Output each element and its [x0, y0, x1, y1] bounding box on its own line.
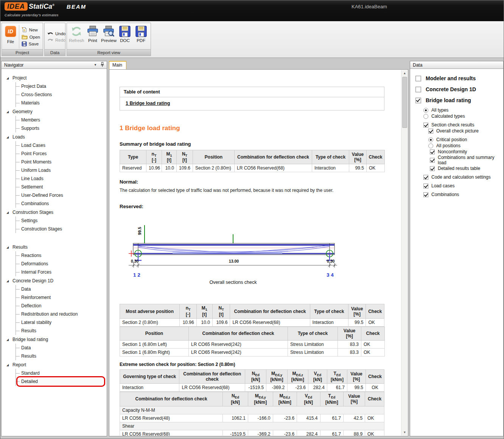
- navigator-item-construction-stages[interactable]: Construction Stages: [16, 225, 107, 233]
- navigator-group-results[interactable]: ◢Results: [2, 243, 107, 251]
- navigator-item-members[interactable]: Members: [16, 116, 107, 124]
- navigator-item-label: Data: [21, 345, 31, 350]
- navigator-item-data[interactable]: Data: [16, 344, 107, 352]
- report-view: Main Table of content 1 Bridge load rati…: [109, 61, 408, 436]
- navigator-item-settlement[interactable]: Settlement: [16, 183, 107, 191]
- checkbox-section-check-results[interactable]: Section check results: [415, 122, 502, 128]
- preview-button[interactable]: Preview: [101, 24, 117, 49]
- expander-icon[interactable]: ◢: [6, 363, 12, 367]
- checkbox-overall-check-picture[interactable]: Overall check picture: [415, 128, 502, 134]
- navigator-group-bridge-load-rating[interactable]: ◢Bridge load rating: [2, 335, 107, 344]
- file-button[interactable]: ID File: [3, 24, 18, 49]
- navigator-item-user-defined-forces[interactable]: User-Defined Forces: [16, 191, 107, 199]
- radio-all-types[interactable]: All types: [415, 107, 502, 113]
- navigator-item-cross-sections[interactable]: Cross-Sections: [16, 90, 107, 99]
- scrollbar-thumb[interactable]: [402, 77, 407, 128]
- navigator-item-project-data[interactable]: Project Data: [16, 82, 107, 90]
- navigator-item-results[interactable]: Results: [16, 327, 107, 335]
- tab-main[interactable]: Main: [109, 61, 126, 69]
- navigator-item-label: Cross-Sections: [21, 92, 52, 97]
- column-header: NT[t]: [177, 150, 193, 164]
- navigator-item-load-cases[interactable]: Load Cases: [16, 141, 107, 149]
- navigator-group-project[interactable]: ◢Project: [2, 74, 107, 82]
- navigator-item-supports[interactable]: Supports: [16, 124, 107, 132]
- expander-icon[interactable]: ◢: [6, 110, 12, 114]
- refresh-button[interactable]: Refresh: [68, 24, 85, 49]
- new-button[interactable]: New: [20, 26, 41, 33]
- export-doc-button[interactable]: DOC: [117, 24, 133, 49]
- option-label: Section check results: [431, 122, 474, 128]
- checkbox-combinations[interactable]: Combinations: [415, 191, 502, 198]
- checkbox-load-cases[interactable]: Load cases: [415, 183, 502, 189]
- navigator-item-redistribution-and-reduction[interactable]: Redistribution and reduction: [16, 310, 107, 318]
- scroll-up-button[interactable]: ▲: [401, 70, 408, 76]
- report-page: Table of content 1 Bridge load rating 1 …: [110, 70, 401, 436]
- radio-all-positions[interactable]: All positions: [415, 143, 502, 149]
- navigator-group-label: Results: [12, 244, 28, 250]
- navigator-dropdown-icon[interactable]: ▼: [94, 63, 97, 67]
- navigator-item-detailed[interactable]: Detailed: [16, 377, 107, 386]
- open-button[interactable]: Open: [20, 34, 41, 40]
- expander-icon[interactable]: ◢: [6, 279, 12, 283]
- expander-icon[interactable]: ◢: [6, 211, 12, 214]
- navigator-item-results[interactable]: Results: [16, 352, 107, 360]
- expander-icon[interactable]: ◢: [6, 246, 12, 249]
- column-header: Combination for deflection check: [120, 392, 223, 406]
- navigator-item-internal-forces[interactable]: Internal Forces: [16, 268, 107, 276]
- navigator-pin-icon[interactable]: [101, 62, 104, 68]
- navigator-item-deformations[interactable]: Deformations: [16, 260, 107, 268]
- product-name: BEAM: [67, 3, 86, 10]
- navigator-item-label: Results: [21, 353, 36, 359]
- navigator-group-construction-stages[interactable]: ◢Construction Stages: [2, 208, 107, 216]
- navigator-item-point-moments[interactable]: Point Moments: [16, 158, 107, 166]
- scroll-down-button[interactable]: ▼: [401, 429, 408, 436]
- checkbox-bridge-load-rating[interactable]: Bridge load rating: [415, 96, 502, 104]
- column-header: MEd,y[kNm]: [266, 369, 287, 383]
- undo-button[interactable]: Undo: [46, 31, 67, 36]
- navigator-group-report[interactable]: ◢Report: [2, 361, 107, 369]
- table-cell: 83.3: [338, 340, 361, 348]
- checkbox-checked-icon: [423, 123, 428, 128]
- table-row: Section 1 (6.80m Right)LR CO65 Reserved(…: [120, 348, 385, 356]
- table-cell: 109.6: [212, 318, 230, 326]
- navigator-group-loads[interactable]: ◢Loads: [2, 133, 107, 141]
- radio-critical-position[interactable]: Critical position: [415, 137, 502, 143]
- navigator-item-line-loads[interactable]: Line Loads: [16, 174, 107, 183]
- group-label-project: Project: [2, 49, 43, 56]
- navigator-item-standard[interactable]: Standard: [16, 369, 107, 377]
- navigator-item-reactions[interactable]: Reactions: [16, 251, 107, 260]
- navigator-item-label: Line Loads: [21, 176, 44, 181]
- navigator-item-reinforcement[interactable]: Reinforcement: [16, 293, 107, 302]
- radio-calculated-types[interactable]: Calculated types: [415, 113, 502, 119]
- navigator-item-lateral-stability[interactable]: Lateral stability: [16, 318, 107, 327]
- expander-icon[interactable]: ◢: [6, 135, 12, 139]
- checkbox-detailed-results-table[interactable]: Detailed results table: [415, 165, 502, 171]
- checkbox-concrete-design-1d[interactable]: Concrete Design 1D: [415, 85, 502, 93]
- expander-icon[interactable]: ◢: [6, 338, 12, 341]
- navigator-item-settings[interactable]: Settings: [16, 216, 107, 225]
- navigator-item-deflection[interactable]: Deflection: [16, 302, 107, 310]
- redo-icon: [47, 38, 53, 42]
- save-button[interactable]: Save: [20, 41, 41, 47]
- expander-icon[interactable]: ◢: [6, 76, 12, 80]
- navigator-item-uniform-loads[interactable]: Uniform Loads: [16, 166, 107, 174]
- navigator-item-materials[interactable]: Materials: [16, 99, 107, 107]
- navigator-group-label: Loads: [12, 134, 25, 140]
- table-cell: OK: [361, 348, 385, 356]
- navigator-group-concrete-design-1d[interactable]: ◢Concrete Design 1D: [2, 277, 107, 285]
- export-pdf-button[interactable]: PDF: [133, 24, 149, 49]
- navigator-item-combinations[interactable]: Combinations: [16, 199, 107, 208]
- checkbox-nonconformity[interactable]: Nonconformity: [415, 149, 502, 155]
- redo-button[interactable]: Redo: [46, 37, 67, 43]
- column-header: Type of check: [288, 327, 338, 340]
- navigator-item-data[interactable]: Data: [16, 285, 107, 293]
- checkbox-combinations-and-summary-load[interactable]: Combinations and summary load: [415, 155, 502, 165]
- navigator-item-point-forces[interactable]: Point Forces: [16, 149, 107, 158]
- navigator-group-label: Construction Stages: [12, 210, 53, 215]
- navigator-group-geometry[interactable]: ◢Geometry: [2, 107, 107, 116]
- toc-link-bridge-load-rating[interactable]: 1 Bridge load rating: [126, 101, 170, 106]
- print-button[interactable]: Print: [85, 24, 101, 49]
- vertical-scrollbar[interactable]: ▲ ▼: [401, 70, 408, 436]
- checkbox-code-and-calculation-settings[interactable]: Code and calculation settings: [415, 174, 502, 180]
- checkbox-modeler-and-results[interactable]: Modeler and results: [415, 74, 502, 83]
